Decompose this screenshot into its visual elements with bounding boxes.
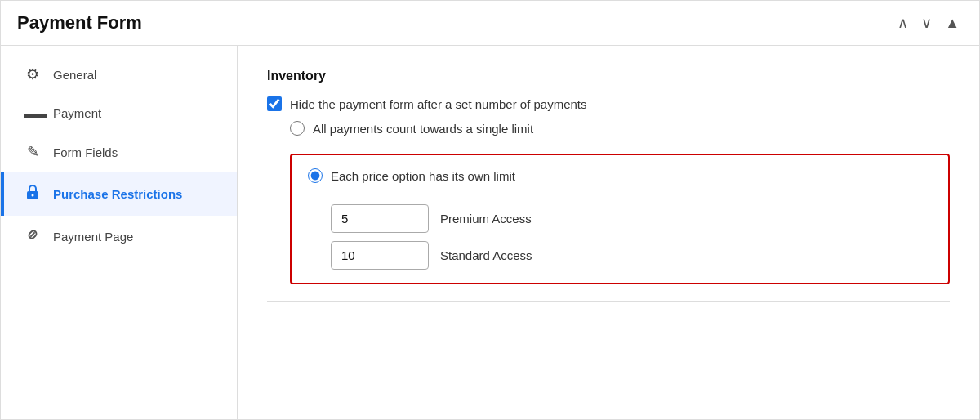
radio-single-limit[interactable]: [290, 121, 305, 136]
sidebar-label-general: General: [53, 68, 96, 82]
highlight-box: Each price option has its own limit Prem…: [290, 154, 950, 284]
radio-text-2: Each price option has its own limit: [331, 169, 515, 183]
payment-icon: ▬▬: [24, 107, 42, 120]
sidebar-item-general[interactable]: ⚙ General: [1, 54, 237, 95]
main-content: Inventory Hide the payment form after a …: [238, 46, 979, 419]
app-container: Payment Form ∧ ∨ ▲ ⚙ General ▬▬ Payment …: [0, 0, 980, 420]
sidebar-item-payment-page[interactable]: Payment Page: [1, 216, 237, 257]
price-inputs: Premium Access Standard Access: [331, 204, 932, 270]
sidebar-item-form-fields[interactable]: ✎ Form Fields: [1, 132, 237, 172]
premium-access-label: Premium Access: [440, 212, 532, 226]
premium-access-input[interactable]: [331, 204, 429, 233]
sidebar-label-form-fields: Form Fields: [53, 145, 118, 159]
checkbox-row: Hide the payment form after a set number…: [267, 96, 950, 111]
price-input-row-2: Standard Access: [331, 241, 932, 270]
page-title: Payment Form: [17, 12, 142, 34]
radio-row-1: All payments count towards a single limi…: [290, 121, 950, 136]
divider: [267, 301, 950, 302]
hide-form-checkbox[interactable]: [267, 96, 282, 111]
standard-access-label: Standard Access: [440, 248, 532, 262]
gear-icon: ⚙: [24, 65, 42, 83]
sidebar-label-payment-page: Payment Page: [53, 230, 133, 244]
radio-each-limit[interactable]: [308, 168, 323, 183]
expand-button[interactable]: ▲: [942, 14, 963, 32]
price-input-row-1: Premium Access: [331, 204, 932, 233]
scroll-up-button[interactable]: ∧: [894, 14, 911, 32]
sidebar: ⚙ General ▬▬ Payment ✎ Form Fields: [1, 46, 238, 419]
radio-text-1: All payments count towards a single limi…: [313, 122, 533, 136]
checkbox-text: Hide the payment form after a set number…: [290, 97, 587, 111]
header-controls: ∧ ∨ ▲: [894, 14, 963, 32]
sidebar-label-payment: Payment: [53, 106, 101, 120]
radio-label-1[interactable]: All payments count towards a single limi…: [290, 121, 533, 136]
standard-access-input[interactable]: [331, 241, 429, 270]
link-icon: [24, 227, 42, 246]
sub-options: All payments count towards a single limi…: [290, 121, 950, 284]
header: Payment Form ∧ ∨ ▲: [1, 1, 979, 46]
sidebar-label-purchase-restrictions: Purchase Restrictions: [53, 186, 182, 203]
lock-icon: [24, 184, 42, 204]
checkbox-label[interactable]: Hide the payment form after a set number…: [267, 96, 587, 111]
sidebar-item-payment[interactable]: ▬▬ Payment: [1, 95, 237, 132]
body: ⚙ General ▬▬ Payment ✎ Form Fields: [1, 46, 979, 419]
svg-point-1: [32, 194, 34, 197]
scroll-down-button[interactable]: ∨: [918, 14, 935, 32]
section-title: Inventory: [267, 69, 950, 83]
sidebar-item-purchase-restrictions[interactable]: Purchase Restrictions: [1, 172, 237, 216]
radio-label-2[interactable]: Each price option has its own limit: [308, 168, 515, 183]
edit-icon: ✎: [24, 143, 42, 161]
radio-row-2: Each price option has its own limit: [308, 168, 932, 183]
